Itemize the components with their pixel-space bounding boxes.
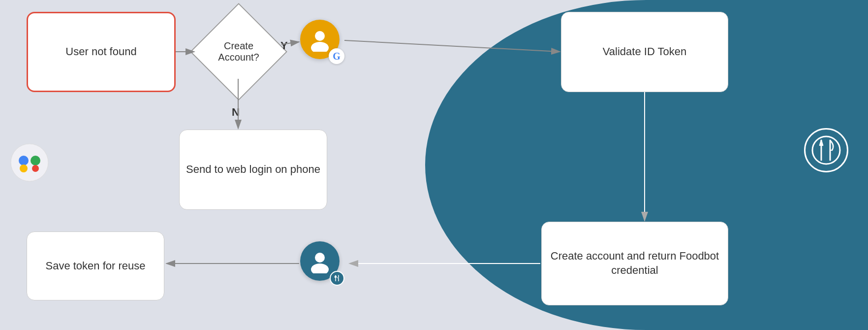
create-account-node: Create account and return Foodbot creden… xyxy=(541,222,728,305)
person-svg xyxy=(308,27,332,52)
svg-point-10 xyxy=(19,156,29,165)
google-badge: G xyxy=(329,48,344,64)
create-account-label: Create account and return Foodbot creden… xyxy=(542,249,728,277)
foodbot-badge xyxy=(330,271,344,286)
svg-point-14 xyxy=(812,136,840,164)
svg-point-12 xyxy=(20,165,28,172)
svg-point-3 xyxy=(311,264,329,273)
validate-id-token-node: Validate ID Token xyxy=(561,12,728,92)
validate-id-label: Validate ID Token xyxy=(603,45,686,59)
foodbot-right-icon xyxy=(804,128,848,172)
send-to-web-label: Send to web login on phone xyxy=(186,163,320,177)
assistant-svg xyxy=(10,143,49,182)
send-to-web-node: Send to web login on phone xyxy=(179,130,327,210)
yes-label: Y xyxy=(280,39,288,52)
svg-point-2 xyxy=(315,253,325,263)
diamond-label: CreateAccount? xyxy=(218,40,259,63)
fork-knife-svg-large xyxy=(811,135,841,165)
no-label: N xyxy=(232,106,240,119)
svg-point-9 xyxy=(11,144,48,181)
foodbot-person-svg xyxy=(308,249,332,273)
user-not-found-node: User not found xyxy=(27,12,176,92)
save-token-node: Save token for reuse xyxy=(27,231,164,300)
foodbot-avatar-icon xyxy=(300,241,344,286)
svg-point-11 xyxy=(31,156,40,165)
svg-point-0 xyxy=(315,31,325,41)
save-token-label: Save token for reuse xyxy=(45,259,145,273)
svg-point-1 xyxy=(311,42,329,52)
create-account-diamond: CreateAccount? xyxy=(197,10,280,94)
svg-point-13 xyxy=(32,165,39,172)
google-avatar-icon: G xyxy=(300,20,344,64)
user-not-found-label: User not found xyxy=(65,45,136,59)
fork-knife-svg-small xyxy=(333,274,341,282)
google-assistant-icon xyxy=(10,143,49,182)
